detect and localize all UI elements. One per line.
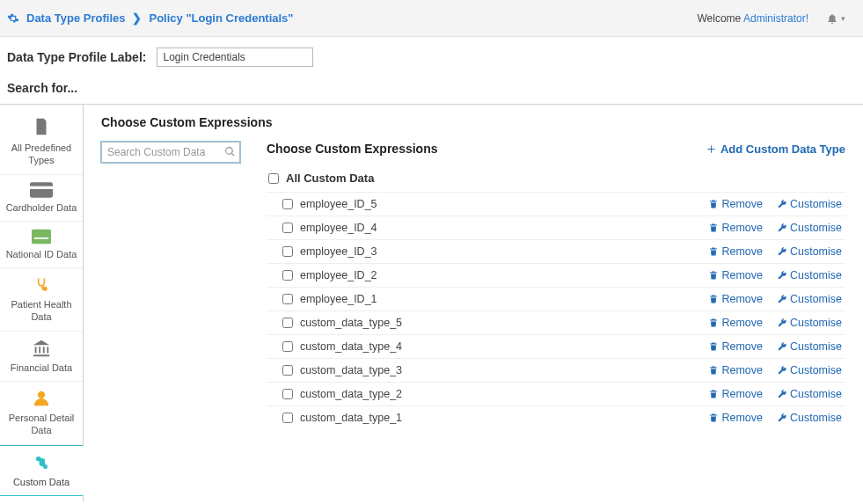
remove-label: Remove	[721, 293, 763, 305]
list-item: employee_ID_5RemoveCustomise	[267, 192, 845, 215]
remove-button[interactable]: Remove	[708, 340, 763, 353]
remove-button[interactable]: Remove	[708, 364, 763, 376]
svg-rect-2	[32, 230, 51, 245]
all-custom-row: All Custom Data	[267, 172, 845, 192]
customise-button[interactable]: Customise	[777, 222, 842, 234]
section-title: Choose Custom Expressions	[267, 142, 438, 156]
customise-label: Customise	[790, 317, 842, 329]
item-checkbox[interactable]	[282, 365, 293, 376]
item-name: custom_data_type_5	[300, 317, 694, 329]
item-name: employee_ID_3	[300, 245, 694, 258]
item-name: employee_ID_1	[300, 293, 694, 305]
customise-button[interactable]: Customise	[777, 340, 842, 353]
item-name: employee_ID_4	[300, 222, 694, 234]
item-name: employee_ID_5	[300, 198, 694, 210]
sidebar-item-cardholder[interactable]: Cardholder Data	[0, 175, 83, 222]
list-item: employee_ID_1RemoveCustomise	[267, 287, 845, 310]
welcome-user[interactable]: Administrator!	[743, 12, 808, 25]
plus-icon	[706, 144, 716, 154]
customise-button[interactable]: Customise	[777, 412, 842, 424]
remove-label: Remove	[721, 222, 763, 234]
all-custom-label: All Custom Data	[286, 172, 374, 185]
customise-label: Customise	[790, 245, 842, 258]
sidebar-item-predefined[interactable]: All Predefined Types	[0, 108, 83, 175]
notifications-menu[interactable]: ▾	[826, 12, 845, 25]
list-item: custom_data_type_1RemoveCustomise	[267, 405, 845, 429]
top-bar: Data Type Profiles ❯ Policy "Login Crede…	[0, 0, 863, 37]
customise-label: Customise	[790, 388, 842, 400]
customise-button[interactable]: Customise	[777, 317, 842, 329]
item-checkbox[interactable]	[282, 318, 293, 328]
customise-label: Customise	[790, 269, 842, 281]
page-title: Choose Custom Expressions	[101, 115, 845, 129]
customise-button[interactable]: Customise	[777, 269, 842, 281]
remove-button[interactable]: Remove	[708, 198, 763, 210]
remove-button[interactable]: Remove	[708, 293, 763, 305]
item-name: custom_data_type_2	[300, 388, 694, 400]
sidebar-item-label: Patient Health Data	[4, 298, 79, 324]
person-icon	[33, 389, 50, 408]
item-checkbox[interactable]	[282, 413, 293, 423]
items-list: employee_ID_5RemoveCustomiseemployee_ID_…	[267, 192, 845, 429]
bank-icon	[31, 339, 52, 358]
search-input[interactable]	[101, 142, 240, 163]
list-item: custom_data_type_4RemoveCustomise	[267, 334, 845, 358]
bell-icon	[826, 12, 838, 25]
item-checkbox[interactable]	[282, 294, 293, 304]
svg-point-4	[38, 391, 45, 398]
sidebar-item-financial[interactable]: Financial Data	[0, 332, 83, 382]
content: Choose Custom Expressions Choose Custom …	[84, 105, 863, 501]
add-label-text: Add Custom Data Type	[720, 142, 845, 156]
breadcrumb-root[interactable]: Data Type Profiles	[26, 11, 125, 25]
sidebar-item-patient[interactable]: Patient Health Data	[0, 268, 83, 332]
item-checkbox[interactable]	[282, 341, 293, 352]
sidebar-item-label: Personal Detail Data	[4, 412, 79, 437]
customise-button[interactable]: Customise	[777, 245, 842, 258]
item-checkbox[interactable]	[282, 223, 293, 233]
credit-card-icon	[30, 182, 53, 198]
all-custom-checkbox[interactable]	[268, 173, 279, 184]
remove-button[interactable]: Remove	[708, 317, 763, 329]
breadcrumb-current[interactable]: Policy "Login Credentials"	[149, 11, 293, 25]
add-custom-type-button[interactable]: Add Custom Data Type	[706, 142, 845, 156]
remove-button[interactable]: Remove	[708, 388, 763, 400]
trash-icon	[708, 199, 719, 209]
item-name: custom_data_type_3	[300, 364, 694, 376]
customise-button[interactable]: Customise	[777, 388, 842, 400]
trash-icon	[708, 365, 719, 376]
sidebar-item-label: All Predefined Types	[4, 142, 79, 167]
sidebar: All Predefined Types Cardholder Data Nat…	[0, 105, 84, 501]
remove-label: Remove	[721, 388, 763, 400]
item-checkbox[interactable]	[282, 246, 293, 257]
sidebar-item-label: National ID Data	[4, 248, 79, 260]
customise-button[interactable]: Customise	[777, 198, 842, 210]
profile-label-input[interactable]	[157, 47, 313, 67]
customise-button[interactable]: Customise	[777, 364, 842, 376]
customise-button[interactable]: Customise	[777, 293, 842, 305]
remove-label: Remove	[721, 364, 763, 376]
chevron-right-icon: ❯	[132, 11, 142, 25]
expressions-column: Choose Custom Expressions Add Custom Dat…	[267, 142, 845, 429]
sidebar-item-custom[interactable]: Custom Data	[0, 445, 84, 496]
search-box-wrap	[101, 142, 240, 429]
sidebar-item-label: Financial Data	[4, 362, 79, 374]
remove-button[interactable]: Remove	[708, 269, 763, 281]
wrench-icon	[777, 413, 787, 423]
remove-button[interactable]: Remove	[708, 245, 763, 258]
remove-label: Remove	[721, 317, 763, 329]
customise-label: Customise	[790, 364, 842, 376]
remove-button[interactable]: Remove	[708, 222, 763, 234]
list-item: custom_data_type_5RemoveCustomise	[267, 310, 845, 334]
list-item: employee_ID_3RemoveCustomise	[267, 239, 845, 263]
sidebar-item-national-id[interactable]: National ID Data	[0, 222, 83, 268]
remove-label: Remove	[721, 412, 763, 424]
svg-rect-0	[30, 182, 53, 197]
profile-label-text: Data Type Profile Label:	[7, 50, 146, 64]
sidebar-item-personal[interactable]: Personal Detail Data	[0, 382, 83, 445]
item-checkbox[interactable]	[282, 389, 293, 399]
item-name: custom_data_type_1	[300, 412, 694, 424]
item-checkbox[interactable]	[282, 199, 293, 209]
wrench-icon	[777, 246, 787, 257]
remove-button[interactable]: Remove	[708, 412, 763, 424]
item-checkbox[interactable]	[282, 270, 293, 281]
